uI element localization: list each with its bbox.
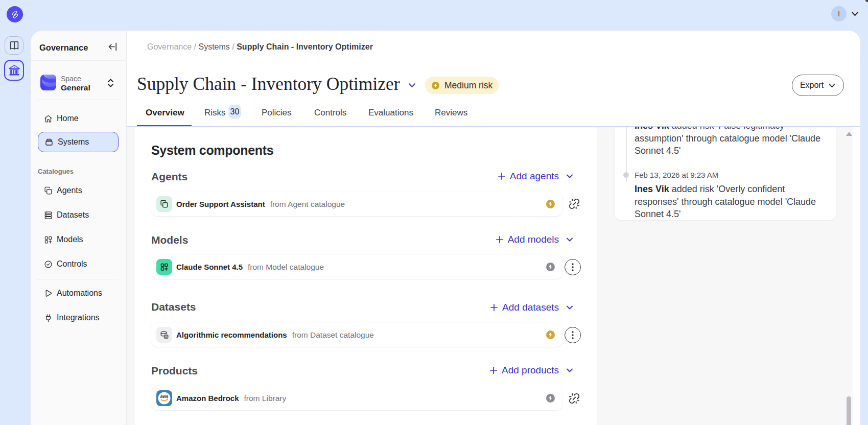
- svg-text:aws: aws: [160, 394, 168, 399]
